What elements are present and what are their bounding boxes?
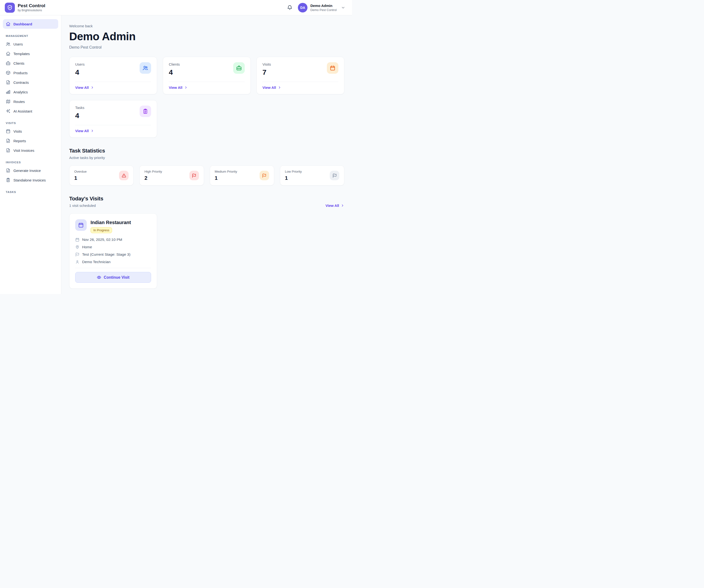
calendar-icon	[6, 129, 10, 134]
clipboard-icon	[6, 178, 10, 182]
priority-label: High Priority	[144, 170, 162, 173]
calendar-icon	[75, 237, 79, 242]
box-icon	[6, 70, 10, 75]
priority-value: 2	[144, 175, 162, 181]
file-text-icon	[6, 148, 10, 153]
sidebar-item-contracts[interactable]: Contracts	[3, 77, 58, 87]
page-title: Demo Admin	[69, 30, 344, 43]
sidebar-item-users[interactable]: Users	[3, 39, 58, 49]
file-text-icon	[6, 168, 10, 173]
sidebar-item-generate-invoice[interactable]: Generate Invoice	[3, 166, 58, 175]
sidebar-item-label: Standalone Invoices	[13, 178, 46, 182]
sidebar-item-label: Contracts	[13, 80, 29, 84]
priority-grid: Overdue 1 High Priority 2 Medium Pri	[69, 165, 344, 185]
sidebar-section-invoices: INVOICES	[6, 161, 55, 164]
sidebar-item-templates[interactable]: Templates	[3, 49, 58, 58]
todays-visits-section: Today's Visits 1 visit scheduled View Al…	[69, 195, 344, 289]
chevron-right-icon	[91, 86, 94, 89]
sparkles-icon	[6, 109, 10, 114]
sidebar-item-reports[interactable]: Reports	[3, 136, 58, 145]
stat-label: Visits	[262, 62, 271, 66]
brand: Pest Control by Brightnsolutions	[5, 3, 45, 13]
view-all-visits-link[interactable]: View All	[262, 85, 281, 90]
todays-visits-subtitle: 1 visit scheduled	[69, 203, 103, 208]
clipboard-icon	[139, 106, 151, 117]
notifications-bell-icon[interactable]	[286, 4, 294, 11]
visit-stage: Test (Current Stage: Stage 3)	[82, 252, 130, 257]
brand-text: Pest Control by Brightnsolutions	[18, 3, 45, 12]
visit-location-row: Home	[75, 245, 151, 249]
briefcase-icon	[6, 61, 10, 66]
avatar: DA	[298, 3, 307, 12]
priority-label: Low Priority	[285, 170, 302, 173]
home-icon	[6, 51, 10, 56]
visit-client-name: Indian Restaurant	[91, 220, 131, 225]
users-icon	[139, 62, 151, 74]
priority-label: Medium Priority	[215, 170, 237, 173]
welcome-org: Demo Pest Control	[69, 45, 344, 50]
chevron-right-icon	[278, 86, 281, 89]
user-menu[interactable]: DA Demo Admin Demo Pest Control	[298, 3, 345, 12]
flag-icon	[330, 171, 339, 180]
priority-card-high: High Priority 2	[139, 165, 204, 185]
priority-card-low: Low Priority 1	[280, 165, 344, 185]
sidebar-item-label: Visits	[13, 129, 22, 133]
stat-card-clients: Clients 4 View All	[163, 57, 251, 94]
stat-label: Clients	[169, 62, 180, 66]
chevron-right-icon	[341, 204, 344, 207]
eye-icon	[97, 275, 101, 280]
task-statistics-section: Task Statistics Active tasks by priority…	[69, 148, 344, 185]
file-text-icon	[6, 80, 10, 85]
user-icon	[75, 260, 79, 264]
sidebar: Dashboard MANAGEMENT Users Templates Cli…	[0, 15, 61, 294]
stat-label: Tasks	[75, 106, 84, 110]
sidebar-item-products[interactable]: Products	[3, 68, 58, 77]
sidebar-item-label: Dashboard	[13, 22, 32, 26]
sidebar-section-management: MANAGEMENT	[6, 35, 55, 37]
calendar-icon	[327, 62, 338, 74]
sidebar-item-visit-invoices[interactable]: Visit Invoices	[3, 145, 58, 155]
stat-value: 4	[75, 112, 84, 120]
sidebar-item-label: Analytics	[13, 90, 28, 94]
sidebar-item-ai-assistant[interactable]: AI Assistant	[3, 106, 58, 116]
priority-value: 1	[215, 175, 237, 181]
sidebar-item-analytics[interactable]: Analytics	[3, 87, 58, 97]
sidebar-item-label: Templates	[13, 52, 30, 56]
view-all-tasks-link[interactable]: View All	[75, 129, 94, 133]
sidebar-section-visits: VISITS	[6, 122, 55, 124]
map-pin-icon	[75, 245, 79, 249]
stat-value: 7	[262, 68, 271, 76]
stat-label: Users	[75, 62, 84, 66]
stat-value: 4	[169, 68, 180, 76]
sidebar-item-dashboard[interactable]: Dashboard	[3, 19, 58, 29]
sidebar-item-label: Generate Invoice	[13, 169, 41, 173]
sidebar-item-standalone-invoices[interactable]: Standalone Invoices	[3, 175, 58, 185]
sidebar-item-label: Clients	[13, 61, 24, 65]
stat-card-visits: Visits 7 View All	[256, 57, 344, 94]
visit-datetime: Nov 26, 2025, 02:10 PM	[82, 237, 122, 242]
flag-icon	[75, 252, 79, 257]
users-icon	[6, 42, 10, 47]
view-all-users-link[interactable]: View All	[75, 85, 94, 90]
shield-check-logo-icon	[5, 3, 15, 13]
visit-technician: Demo Technician	[82, 260, 111, 264]
stat-card-tasks: Tasks 4 View All	[69, 100, 157, 138]
visit-datetime-row: Nov 26, 2025, 02:10 PM	[75, 237, 151, 242]
sidebar-item-visits[interactable]: Visits	[3, 126, 58, 136]
view-all-clients-link[interactable]: View All	[169, 85, 188, 90]
chevron-right-icon	[91, 129, 94, 133]
continue-visit-button[interactable]: Continue Visit	[75, 272, 151, 283]
visit-technician-row: Demo Technician	[75, 260, 151, 264]
visit-location: Home	[82, 245, 92, 249]
sidebar-item-label: Visit Invoices	[13, 149, 34, 153]
main-content: Welcome back Demo Admin Demo Pest Contro…	[61, 15, 352, 294]
user-name: Demo Admin	[310, 4, 337, 8]
divider	[75, 268, 151, 268]
priority-card-medium: Medium Priority 1	[210, 165, 274, 185]
app-byline: by Brightnsolutions	[18, 9, 45, 12]
view-all-todays-visits-link[interactable]: View All	[326, 203, 344, 208]
sidebar-item-clients[interactable]: Clients	[3, 58, 58, 68]
stats-grid: Users 4 View All Clients 4	[69, 57, 344, 138]
briefcase-icon	[233, 62, 245, 74]
sidebar-item-routes[interactable]: Routes	[3, 97, 58, 106]
